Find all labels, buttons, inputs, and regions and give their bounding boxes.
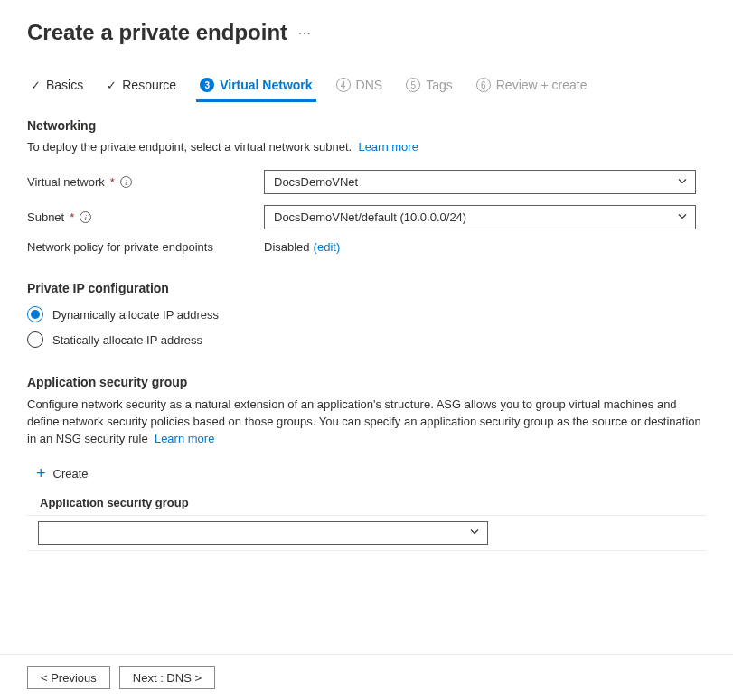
subnet-label: Subnet* i xyxy=(27,210,264,224)
radio-label: Dynamically allocate IP address xyxy=(52,308,219,322)
tab-resource[interactable]: ✓ Resource xyxy=(103,70,180,101)
networking-heading: Networking xyxy=(27,118,706,133)
network-policy-label: Network policy for private endpoints xyxy=(27,240,264,254)
virtual-network-label: Virtual network* i xyxy=(27,175,264,189)
tab-basics[interactable]: ✓ Basics xyxy=(27,70,87,101)
step-number-icon: 3 xyxy=(200,78,214,92)
learn-more-link[interactable]: Learn more xyxy=(155,432,214,445)
radio-static-ip[interactable]: Statically allocate IP address xyxy=(27,331,706,348)
subnet-dropdown[interactable]: DocsDemoVNet/default (10.0.0.0/24) xyxy=(264,205,696,229)
tab-dns[interactable]: 4 DNS xyxy=(333,70,387,101)
radio-label: Statically allocate IP address xyxy=(52,333,202,347)
virtual-network-dropdown[interactable]: DocsDemoVNet xyxy=(264,170,696,194)
step-number-icon: 6 xyxy=(476,78,491,92)
chevron-down-icon xyxy=(677,210,688,224)
next-button[interactable]: Next : DNS > xyxy=(119,666,215,689)
tab-label: Review + create xyxy=(496,78,587,92)
wizard-footer: < Previous Next : DNS > xyxy=(0,654,733,700)
radio-icon xyxy=(27,331,43,348)
tab-tags[interactable]: 5 Tags xyxy=(402,70,456,101)
tab-label: DNS xyxy=(356,78,383,92)
tab-label: Tags xyxy=(426,78,453,92)
check-icon: ✓ xyxy=(31,79,41,92)
tab-label: Resource xyxy=(122,78,176,92)
ip-config-heading: Private IP configuration xyxy=(27,281,706,295)
asg-column-header: Application security group xyxy=(40,496,706,509)
more-actions-icon[interactable]: ··· xyxy=(298,25,312,40)
networking-description: To deploy the private endpoint, select a… xyxy=(27,140,706,154)
asg-description: Configure network security as a natural … xyxy=(27,397,706,448)
wizard-tabs: ✓ Basics ✓ Resource 3 Virtual Network 4 … xyxy=(0,52,733,102)
plus-icon: + xyxy=(36,464,46,483)
learn-more-link[interactable]: Learn more xyxy=(358,140,418,154)
tab-label: Basics xyxy=(46,78,83,92)
create-asg-button[interactable]: + Create xyxy=(36,464,89,483)
dropdown-value: DocsDemoVNet xyxy=(274,175,358,189)
info-icon[interactable]: i xyxy=(120,176,132,188)
radio-dynamic-ip[interactable]: Dynamically allocate IP address xyxy=(27,306,706,322)
radio-icon xyxy=(27,306,43,322)
asg-heading: Application security group xyxy=(27,375,706,389)
tab-label: Virtual Network xyxy=(220,78,312,92)
step-number-icon: 4 xyxy=(336,78,351,92)
dropdown-value: DocsDemoVNet/default (10.0.0.0/24) xyxy=(274,210,466,224)
tab-review-create[interactable]: 6 Review + create xyxy=(473,70,591,101)
asg-dropdown[interactable] xyxy=(38,521,488,545)
previous-button[interactable]: < Previous xyxy=(27,666,110,689)
chevron-down-icon xyxy=(677,175,688,189)
chevron-down-icon xyxy=(469,526,480,539)
create-label: Create xyxy=(53,467,89,481)
network-policy-value: Disabled xyxy=(264,240,310,254)
check-icon: ✓ xyxy=(107,79,117,92)
info-icon[interactable]: i xyxy=(80,211,91,223)
page-title: Create a private endpoint xyxy=(27,20,287,45)
tab-virtual-network[interactable]: 3 Virtual Network xyxy=(196,70,315,101)
step-number-icon: 5 xyxy=(406,78,420,92)
edit-policy-link[interactable]: (edit) xyxy=(314,240,341,254)
